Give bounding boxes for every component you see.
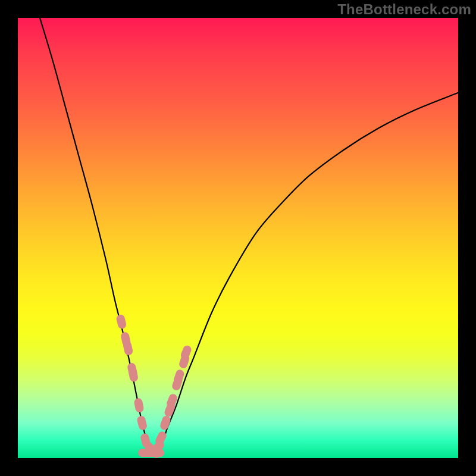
- data-marker: [115, 314, 127, 330]
- plot-area: [18, 18, 458, 458]
- data-marker: [136, 415, 148, 431]
- data-marker: [133, 397, 144, 413]
- data-marker: [128, 367, 139, 382]
- chart-svg: [18, 18, 458, 458]
- data-marker: [138, 449, 164, 457]
- data-marker: [159, 415, 171, 431]
- bottleneck-curve: [40, 18, 458, 454]
- watermark-text: TheBottleneck.com: [337, 1, 471, 18]
- markers-group: [115, 314, 192, 458]
- chart-frame: TheBottleneck.com: [0, 0, 476, 476]
